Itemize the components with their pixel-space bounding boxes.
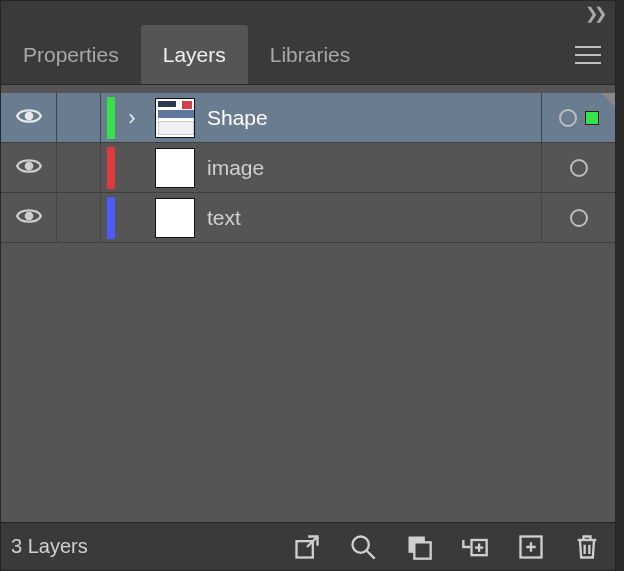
svg-point-4 — [353, 536, 369, 552]
target-icon — [570, 209, 588, 227]
lock-cell[interactable] — [57, 193, 101, 242]
svg-point-2 — [24, 211, 33, 220]
target-icon — [570, 159, 588, 177]
layer-color-strip — [107, 97, 115, 139]
layer-thumbnail — [155, 198, 195, 238]
expand-toggle[interactable]: › — [115, 105, 149, 131]
visibility-toggle[interactable] — [1, 193, 57, 242]
layer-thumbnail — [155, 148, 195, 188]
layer-color-strip — [107, 197, 115, 239]
tab-layers[interactable]: Layers — [141, 25, 248, 84]
tab-label: Layers — [163, 43, 226, 67]
svg-rect-6 — [414, 542, 430, 558]
tab-libraries[interactable]: Libraries — [248, 25, 373, 84]
layer-color-strip — [107, 147, 115, 189]
lock-cell[interactable] — [57, 93, 101, 142]
svg-point-0 — [24, 111, 33, 120]
selection-indicator — [585, 111, 599, 125]
collect-for-export-button[interactable] — [405, 533, 433, 561]
new-sublayer-button[interactable] — [461, 533, 489, 561]
layer-count-label: 3 Layers — [11, 535, 88, 558]
search-button[interactable] — [349, 533, 377, 561]
tab-bar: Properties Layers Libraries — [1, 25, 615, 85]
layer-row-text[interactable]: text — [1, 193, 615, 243]
new-sublayer-icon — [461, 533, 489, 561]
layer-row-shape[interactable]: › Shape — [1, 93, 615, 143]
layer-name-label[interactable]: Shape — [201, 106, 541, 130]
new-layer-button[interactable] — [517, 533, 545, 561]
chevron-right-icon: › — [128, 105, 135, 131]
layer-list: › Shape image — [1, 85, 615, 243]
eye-icon — [16, 157, 42, 179]
svg-point-1 — [24, 161, 33, 170]
trash-icon — [573, 533, 601, 561]
stacked-squares-icon — [405, 533, 433, 561]
lock-cell[interactable] — [57, 143, 101, 192]
current-layer-indicator — [601, 93, 615, 107]
tab-bar-right — [575, 25, 615, 84]
empty-area — [1, 243, 615, 522]
layer-target-cell[interactable] — [541, 143, 615, 192]
export-icon — [293, 533, 321, 561]
tab-label: Properties — [23, 43, 119, 67]
layer-name-label[interactable]: text — [201, 206, 541, 230]
layer-row-image[interactable]: image — [1, 143, 615, 193]
new-layer-icon — [517, 533, 545, 561]
footer-icon-group — [293, 533, 605, 561]
delete-layer-button[interactable] — [573, 533, 601, 561]
eye-icon — [16, 107, 42, 129]
tab-label: Libraries — [270, 43, 351, 67]
target-icon — [559, 109, 577, 127]
layer-thumbnail — [155, 98, 195, 138]
layer-name-label[interactable]: image — [201, 156, 541, 180]
search-icon — [349, 533, 377, 561]
visibility-toggle[interactable] — [1, 143, 57, 192]
panel-top-bar: ❯❯ — [1, 1, 615, 25]
eye-icon — [16, 207, 42, 229]
collapse-panel-icon[interactable]: ❯❯ — [585, 4, 603, 23]
panel-footer: 3 Layers — [1, 522, 615, 570]
panel-menu-icon[interactable] — [575, 46, 601, 64]
tab-properties[interactable]: Properties — [1, 25, 141, 84]
layers-panel: ❯❯ Properties Layers Libraries — [0, 0, 616, 571]
layer-target-cell[interactable] — [541, 193, 615, 242]
export-button[interactable] — [293, 533, 321, 561]
visibility-toggle[interactable] — [1, 93, 57, 142]
